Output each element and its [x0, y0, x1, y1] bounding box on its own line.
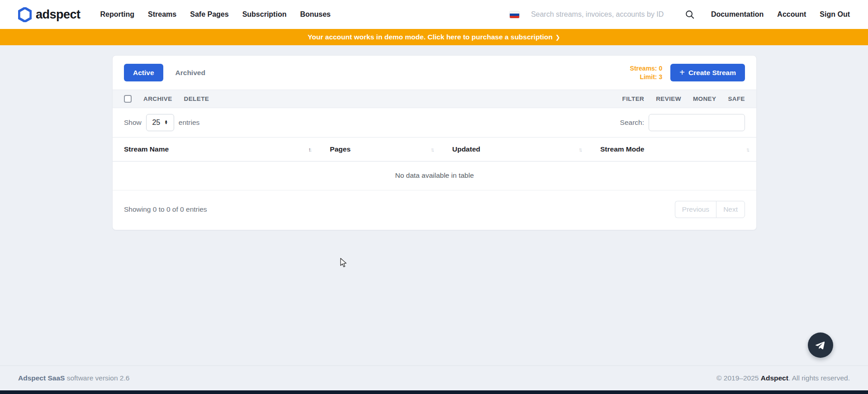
empty-table-row: No data available in table	[113, 161, 756, 190]
tab-archived[interactable]: Archived	[175, 69, 205, 77]
nav-item-safe-pages[interactable]: Safe Pages	[190, 10, 228, 19]
column-label: Stream Name	[124, 145, 169, 153]
adspect-hexagon-icon	[18, 7, 32, 22]
footer-copyright: © 2019–2025 Adspect. All rights reserved…	[716, 374, 850, 382]
streams-card: Active Archived Streams: 0 Limit: 3 + Cr…	[112, 55, 757, 230]
nav-item-bonuses[interactable]: Bonuses	[300, 10, 331, 19]
review-mode-action[interactable]: REVIEW	[656, 95, 681, 102]
column-header-stream-mode[interactable]: Stream Mode ↑↓	[589, 138, 756, 161]
nav-item-documentation[interactable]: Documentation	[711, 10, 764, 19]
flag-stripe-red	[510, 16, 519, 18]
column-label: Pages	[330, 145, 351, 153]
next-page-button[interactable]: Next	[716, 201, 745, 218]
page-size-select[interactable]: 25 ▲▼	[146, 114, 174, 131]
streams-table: Stream Name ↑↓ Pages ↑↓ Updated ↑↓	[113, 137, 756, 190]
page-footer: Adspect SaaS software version 2.6 © 2019…	[0, 366, 868, 390]
sort-icon[interactable]: ↑↓	[746, 146, 750, 153]
archive-action[interactable]: ARCHIVE	[143, 95, 172, 102]
nav-item-sign-out[interactable]: Sign Out	[820, 10, 850, 19]
delete-action[interactable]: DELETE	[184, 95, 209, 102]
nav-item-reporting[interactable]: Reporting	[100, 10, 135, 19]
top-navbar: adspect Reporting Streams Safe Pages Sub…	[0, 0, 868, 29]
bulk-actions-toolbar: ARCHIVE DELETE FILTER REVIEW MONEY SAFE	[113, 90, 756, 108]
brand-wordmark: adspect	[36, 8, 81, 22]
select-all-checkbox[interactable]	[124, 95, 132, 103]
global-search-input[interactable]	[531, 10, 667, 19]
table-header-row: Stream Name ↑↓ Pages ↑↓ Updated ↑↓	[113, 138, 756, 161]
create-stream-label: Create Stream	[688, 69, 736, 77]
nav-item-account[interactable]: Account	[777, 10, 806, 19]
language-flag-russian[interactable]	[510, 11, 519, 18]
nav-item-streams[interactable]: Streams	[148, 10, 176, 19]
column-header-pages[interactable]: Pages ↑↓	[318, 138, 441, 161]
sort-icon[interactable]: ↑↓	[431, 146, 435, 153]
footer-version-text: software version 2.6	[65, 374, 129, 382]
plus-icon: +	[679, 68, 685, 77]
bottom-edge-strip	[0, 390, 868, 394]
demo-mode-banner[interactable]: Your account works in demo mode. Click h…	[0, 29, 868, 45]
entries-label: entries	[179, 119, 200, 127]
empty-message: No data available in table	[113, 161, 756, 190]
streams-count: Streams: 0	[630, 64, 663, 73]
previous-page-button[interactable]: Previous	[675, 201, 716, 218]
sort-icon[interactable]: ↑↓	[579, 146, 583, 153]
nav-item-subscription[interactable]: Subscription	[242, 10, 287, 19]
page-size-value: 25	[152, 119, 160, 127]
brand-logo[interactable]: adspect	[18, 7, 81, 22]
stream-stats: Streams: 0 Limit: 3	[630, 64, 663, 81]
tab-active-label: Active	[133, 69, 154, 77]
telegram-plane-icon	[814, 339, 827, 351]
table-controls: Show 25 ▲▼ entries Search:	[113, 108, 756, 137]
streams-limit: Limit: 3	[630, 73, 663, 81]
sort-icon[interactable]: ↑↓	[308, 146, 312, 153]
filter-mode-action[interactable]: FILTER	[622, 95, 645, 102]
copyright-suffix: . All rights reserved.	[788, 374, 850, 382]
safe-mode-action[interactable]: SAFE	[728, 95, 745, 102]
show-label: Show	[124, 119, 142, 127]
entries-summary: Showing 0 to 0 of 0 entries	[124, 205, 207, 214]
table-search-input[interactable]	[649, 114, 745, 131]
table-search-label: Search:	[620, 119, 644, 127]
nav-right-links: Documentation Account Sign Out	[711, 10, 850, 19]
card-header: Active Archived Streams: 0 Limit: 3 + Cr…	[113, 56, 756, 90]
select-arrows-icon: ▲▼	[164, 120, 168, 125]
telegram-chat-button[interactable]	[808, 332, 833, 358]
create-stream-button[interactable]: + Create Stream	[670, 64, 745, 81]
column-label: Updated	[452, 145, 480, 153]
pagination: Previous Next	[675, 201, 745, 218]
footer-product-name: Adspect SaaS	[18, 374, 65, 382]
copyright-brand: Adspect	[761, 374, 788, 382]
mouse-cursor	[340, 258, 347, 268]
card-footer: Showing 0 to 0 of 0 entries Previous Nex…	[113, 190, 756, 230]
chevron-right-icon: ❯	[555, 34, 560, 41]
demo-banner-text: Your account works in demo mode. Click h…	[308, 33, 552, 41]
money-mode-action[interactable]: MONEY	[693, 95, 716, 102]
column-header-updated[interactable]: Updated ↑↓	[441, 138, 589, 161]
search-icon[interactable]	[685, 9, 695, 19]
tab-active[interactable]: Active	[124, 64, 163, 81]
copyright-prefix: © 2019–2025	[716, 374, 761, 382]
column-label: Stream Mode	[600, 145, 644, 153]
main-nav: Reporting Streams Safe Pages Subscriptio…	[100, 10, 331, 19]
footer-version: Adspect SaaS software version 2.6	[18, 374, 129, 382]
column-header-stream-name[interactable]: Stream Name ↑↓	[113, 138, 318, 161]
